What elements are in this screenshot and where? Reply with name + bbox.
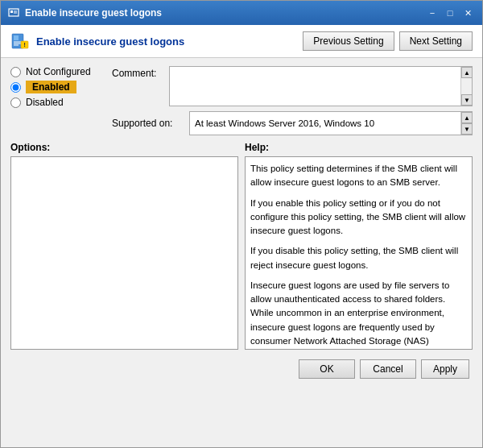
previous-setting-button[interactable]: Previous Setting xyxy=(303,31,394,51)
middle-section: Options: Help: This policy setting deter… xyxy=(10,142,473,350)
enabled-radio[interactable] xyxy=(10,82,21,93)
apply-button[interactable]: Apply xyxy=(421,359,469,379)
help-para-2: If you enable this policy setting or if … xyxy=(250,197,467,239)
dialog-title: Enable insecure guest logons xyxy=(36,35,184,48)
main-window: Enable insecure guest logons − □ ✕ ! E xyxy=(0,0,483,448)
minimize-button[interactable]: − xyxy=(424,6,440,20)
options-box xyxy=(10,156,238,350)
radio-group: Not Configured Enabled Disabled xyxy=(10,66,107,135)
disabled-option[interactable]: Disabled xyxy=(10,97,107,108)
comment-label: Comment: xyxy=(112,66,164,79)
disabled-label: Disabled xyxy=(26,97,64,108)
window-title: Enable insecure guest logons xyxy=(25,7,162,19)
options-section: Options: xyxy=(10,142,238,350)
svg-rect-1 xyxy=(10,10,13,13)
title-bar: Enable insecure guest logons − □ ✕ xyxy=(1,1,482,25)
help-para-4: Insecure guest logons are used by file s… xyxy=(250,279,467,350)
enabled-option[interactable]: Enabled xyxy=(10,81,107,93)
not-configured-option[interactable]: Not Configured xyxy=(10,66,107,77)
close-button[interactable]: ✕ xyxy=(460,6,476,20)
maximize-button[interactable]: □ xyxy=(442,6,458,20)
bottom-buttons: OK Cancel Apply xyxy=(10,355,473,382)
not-configured-radio[interactable] xyxy=(10,67,21,77)
disabled-radio[interactable] xyxy=(10,97,21,108)
help-box[interactable]: This policy setting determines if the SM… xyxy=(245,156,473,350)
comment-scroll-up[interactable]: ▲ xyxy=(461,67,473,78)
enabled-label: Enabled xyxy=(26,81,76,93)
cancel-button[interactable]: Cancel xyxy=(360,359,416,379)
supported-scroll-up[interactable]: ▲ xyxy=(461,112,473,123)
supported-scroll-down[interactable]: ▼ xyxy=(461,123,473,135)
right-section: Comment: ▲ ▼ Supported on: At least Wind… xyxy=(112,66,473,135)
supported-value: At least Windows Server 2016, Windows 10 xyxy=(190,112,460,135)
content-area: Not Configured Enabled Disabled Comment: xyxy=(1,58,482,447)
supported-section: Supported on: At least Windows Server 20… xyxy=(112,111,473,135)
window-icon xyxy=(7,6,20,19)
ok-button[interactable]: OK xyxy=(299,359,355,379)
dialog-header: ! Enable insecure guest logons Previous … xyxy=(1,25,482,58)
options-label: Options: xyxy=(10,142,238,153)
help-section: Help: This policy setting determines if … xyxy=(245,142,473,350)
header-buttons: Previous Setting Next Setting xyxy=(303,31,473,51)
svg-rect-5 xyxy=(14,35,19,40)
top-section: Not Configured Enabled Disabled Comment: xyxy=(10,66,473,135)
help-para-1: This policy setting determines if the SM… xyxy=(250,162,467,190)
not-configured-label: Not Configured xyxy=(26,66,91,77)
title-controls: − □ ✕ xyxy=(424,6,476,20)
next-setting-button[interactable]: Next Setting xyxy=(399,31,473,51)
policy-icon: ! xyxy=(10,31,30,51)
comment-section: Comment: ▲ ▼ xyxy=(112,66,473,106)
help-label: Help: xyxy=(245,142,473,153)
comment-textarea[interactable] xyxy=(170,67,460,106)
svg-text:!: ! xyxy=(23,41,26,48)
help-para-3: If you disable this policy setting, the … xyxy=(250,244,467,272)
supported-label: Supported on: xyxy=(112,118,184,129)
comment-scroll-down[interactable]: ▼ xyxy=(461,94,473,106)
